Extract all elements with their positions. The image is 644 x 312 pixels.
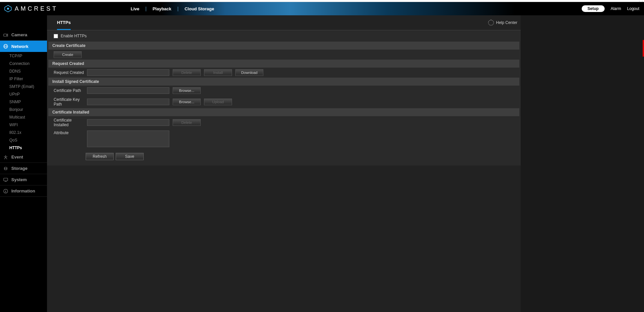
network-icon	[3, 43, 9, 49]
nav-alarm[interactable]: Alarm	[611, 6, 621, 11]
content-area: HTTPs Help Center Enable HTTPs Create Ce…	[47, 15, 521, 312]
tab-https[interactable]: HTTPs	[57, 15, 71, 30]
certificate-key-path-label: Certificate Key Path	[54, 97, 86, 107]
install-request-button[interactable]: Install	[204, 69, 232, 76]
request-created-label: Request Created	[54, 70, 86, 75]
sidebar-sub-connection[interactable]: Connection	[0, 60, 47, 67]
nav-playback[interactable]: Playback	[147, 5, 177, 12]
camera-icon	[3, 32, 9, 38]
sidebar-sub-upnp[interactable]: UPnP	[0, 90, 47, 98]
enable-https-label: Enable HTTPs	[61, 34, 87, 38]
enable-https-row: Enable HTTPs	[47, 30, 521, 42]
certificate-key-path-input[interactable]	[87, 99, 169, 105]
section-request-created: Request Created	[48, 60, 519, 68]
event-icon	[3, 154, 9, 160]
certificate-installed-input[interactable]	[87, 119, 169, 126]
system-icon	[3, 177, 9, 183]
attribute-textarea[interactable]	[87, 131, 169, 147]
delete-installed-button[interactable]: Delete	[173, 119, 201, 126]
upload-button[interactable]: Upload	[204, 99, 232, 105]
sidebar-label: Information	[11, 188, 35, 193]
storage-icon	[3, 165, 9, 171]
create-button[interactable]: Create	[54, 51, 82, 58]
sidebar-sub-tcpip[interactable]: TCP/IP	[0, 52, 47, 60]
help-center-button[interactable]: Help Center	[488, 20, 517, 26]
enable-https-checkbox[interactable]	[54, 34, 58, 38]
section-certificate-installed: Certificate Installed	[48, 108, 519, 116]
sidebar-sub-multicast[interactable]: Multicast	[0, 113, 47, 121]
sidebar-label: Camera	[11, 32, 27, 37]
browse-key-path-button[interactable]: Browse...	[173, 99, 201, 105]
right-gutter	[521, 15, 644, 312]
browse-cert-path-button[interactable]: Browse...	[173, 87, 201, 94]
information-icon	[3, 188, 9, 194]
refresh-button[interactable]: Refresh	[86, 153, 114, 160]
help-center-label: Help Center	[496, 20, 517, 25]
sidebar-sub-wifi[interactable]: WIFI	[0, 121, 47, 129]
svg-point-10	[5, 189, 6, 190]
main-nav: Live | Playback | Cloud Storage	[125, 2, 220, 15]
sidebar-label: Network	[11, 44, 28, 49]
sidebar-event[interactable]: Event	[0, 152, 47, 163]
sidebar-sub-ddns[interactable]: DDNS	[0, 67, 47, 75]
delete-request-button[interactable]: Delete	[173, 69, 201, 76]
certificate-path-label: Certificate Path	[54, 88, 86, 93]
nav-cloud-storage[interactable]: Cloud Storage	[179, 5, 220, 12]
nav-live[interactable]: Live	[125, 5, 145, 12]
tab-bar: HTTPs Help Center	[47, 15, 521, 30]
brand-text: AMCREST	[15, 5, 58, 12]
help-icon	[488, 20, 494, 26]
sidebar-system[interactable]: System	[0, 174, 47, 185]
download-request-button[interactable]: Download	[235, 69, 263, 76]
section-install-signed: Install Signed Certificate	[48, 78, 519, 86]
sidebar-label: Event	[11, 155, 23, 159]
sidebar-label: Storage	[11, 166, 27, 171]
sidebar-network[interactable]: Network	[0, 41, 47, 52]
sidebar-sub-bonjour[interactable]: Bonjour	[0, 106, 47, 113]
nav-right: Setup Alarm Logout	[582, 5, 644, 12]
save-button[interactable]: Save	[116, 153, 144, 160]
sidebar-sub-8021x[interactable]: 802.1x	[0, 129, 47, 136]
attribute-label: Attribute	[54, 131, 86, 135]
sidebar-sub-snmp[interactable]: SNMP	[0, 98, 47, 106]
nav-logout[interactable]: Logout	[627, 6, 639, 11]
https-panel: Enable HTTPs Create Certificate Create R…	[47, 30, 521, 165]
sidebar-information[interactable]: Information	[0, 185, 47, 197]
certificate-installed-label: Certificate Installed	[54, 118, 86, 127]
sidebar: Camera Network TCP/IP Connection DDNS IP…	[0, 15, 47, 312]
sidebar-sub-qos[interactable]: QoS	[0, 136, 47, 144]
certificate-path-input[interactable]	[87, 87, 169, 94]
header-bar: AMCREST Live | Playback | Cloud Storage …	[0, 2, 644, 15]
scroll-indicator	[643, 40, 644, 57]
sidebar-sub-ipfilter[interactable]: IP Filter	[0, 75, 47, 83]
sidebar-sub-smtp[interactable]: SMTP (Email)	[0, 83, 47, 90]
brand-logo: AMCREST	[0, 5, 58, 13]
svg-rect-2	[4, 34, 7, 36]
amcrest-logo-icon	[4, 5, 12, 13]
sidebar-camera[interactable]: Camera	[0, 29, 47, 41]
svg-rect-6	[4, 178, 8, 181]
sidebar-storage[interactable]: Storage	[0, 163, 47, 174]
section-create-certificate: Create Certificate	[48, 42, 519, 50]
nav-setup[interactable]: Setup	[582, 5, 605, 12]
request-created-input[interactable]	[87, 69, 169, 76]
sidebar-sub-https[interactable]: HTTPs	[0, 144, 47, 152]
svg-point-1	[7, 8, 9, 10]
sidebar-label: System	[11, 177, 27, 182]
